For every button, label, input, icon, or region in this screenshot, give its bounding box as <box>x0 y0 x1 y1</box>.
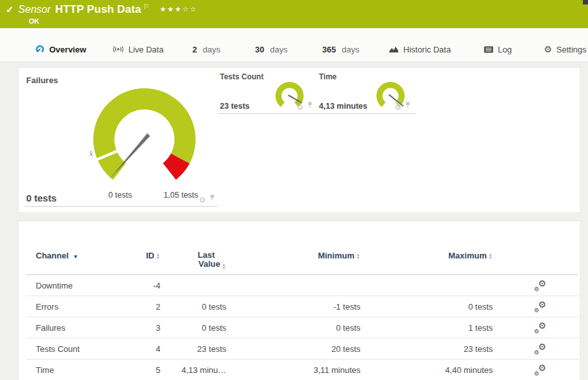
channel-id: 2 <box>156 296 160 317</box>
sensor-title: HTTP Push Data <box>55 3 141 16</box>
failures-gauge-chart: x̄ <box>81 75 208 203</box>
gauge-settings-icon[interactable]: ⚙ <box>199 196 206 204</box>
channel-id: 3 <box>156 317 160 338</box>
gears-icon: ⚙⚙ <box>534 281 546 291</box>
channel-table-panel: Channel ▾ ID ▴▾ Last Value▴▾ Minimum ▴▾ … <box>18 221 580 380</box>
gauge-icon <box>35 45 45 54</box>
channel-last-value: 4,13 minu… <box>182 360 226 380</box>
channel-name-link[interactable]: Tests Count <box>36 338 80 360</box>
channel-settings-button[interactable]: ⚙⚙ <box>532 360 548 380</box>
channel-minimum: 20 tests <box>331 338 360 360</box>
tab-unit: days <box>203 45 220 54</box>
gauge-title: Failures <box>26 75 58 85</box>
object-type-label: Sensor <box>19 4 51 15</box>
table-row: Errors 2 0 tests -1 tests 0 tests ⚙⚙ <box>19 296 581 317</box>
gears-icon: ⚙⚙ <box>534 323 546 333</box>
channel-minimum: 0 tests <box>336 317 360 338</box>
channel-rows: Downtime -4 ⚙⚙ Errors 2 0 tests -1 tests… <box>19 275 581 380</box>
gear-icon: ⚙ <box>544 45 552 54</box>
gauges-panel: Failures x̄ 0 tests 1,05 tests 0 tests ⚙… <box>18 67 580 213</box>
gauge-title: Tests Count <box>220 72 263 81</box>
gears-icon: ⚙⚙ <box>534 365 546 376</box>
table-row: Failures 3 0 tests 0 tests 1 tests ⚙⚙ <box>19 317 581 338</box>
column-header-last-value[interactable]: Last Value▴▾ <box>197 251 225 269</box>
tab-number: 30 <box>255 45 264 54</box>
channel-id: 5 <box>156 360 160 380</box>
priority-stars[interactable]: ★★★☆☆ <box>160 5 197 13</box>
channel-name-link[interactable]: Failures <box>36 317 65 338</box>
tab-label: Live Data <box>128 45 164 54</box>
sort-icons: ▴▾ <box>489 253 491 259</box>
channel-maximum: 1 tests <box>468 317 493 338</box>
broadcast-icon <box>112 45 124 53</box>
tab-historic-data[interactable]: Historic Data <box>389 37 451 61</box>
channel-settings-button[interactable]: ⚙⚙ <box>532 275 548 296</box>
column-label: Minimum <box>318 251 354 260</box>
gauge-widget-failures[interactable]: Failures x̄ 0 tests 1,05 tests 0 tests ⚙ <box>25 68 218 207</box>
pin-icon[interactable] <box>405 100 411 111</box>
gauge-value: 4,13 minutes <box>319 102 368 111</box>
gears-icon: ⚙⚙ <box>534 302 546 312</box>
gauge-value: 0 tests <box>26 193 57 203</box>
log-list-icon <box>484 46 493 53</box>
channel-minimum: -1 tests <box>333 296 360 317</box>
tab-unit: days <box>270 45 287 54</box>
priority-flag-icon: ⚐ <box>143 3 150 11</box>
gauge-widget-time[interactable]: Time 4,13 minutes ⚙ <box>317 68 416 114</box>
tab-live-data[interactable]: Live Data <box>112 37 164 61</box>
column-label: Last <box>197 251 215 260</box>
sort-desc-icon: ▾ <box>74 253 77 260</box>
gauge-settings-icon[interactable]: ⚙ <box>394 104 401 111</box>
tab-365-days[interactable]: 365 days <box>322 37 359 61</box>
prtg-sensor-page: ✓ Sensor HTTP Push Data ⚐ ★★★☆☆ OK Overv… <box>0 0 588 380</box>
gauge-title: Time <box>319 72 337 81</box>
table-row: Tests Count 4 23 tests 20 tests 23 tests… <box>19 338 581 360</box>
tab-overview[interactable]: Overview <box>35 37 86 61</box>
channel-name-link[interactable]: Time <box>36 360 54 380</box>
tab-log[interactable]: Log <box>484 37 512 61</box>
column-header-minimum[interactable]: Minimum ▴▾ <box>318 251 359 260</box>
tab-2-days[interactable]: 2 days <box>192 37 220 61</box>
sensor-status-bar: ✓ Sensor HTTP Push Data ⚐ ★★★☆☆ OK <box>0 0 588 28</box>
sort-icons: ▴▾ <box>222 263 225 269</box>
tab-bar: Overview Live Data 2 days 30 days 365 da… <box>0 28 588 62</box>
column-header-channel[interactable]: Channel ▾ <box>36 251 77 260</box>
tab-label: Historic Data <box>403 45 451 54</box>
channel-settings-button[interactable]: ⚙⚙ <box>532 338 548 360</box>
pin-icon[interactable] <box>209 193 215 204</box>
column-header-maximum[interactable]: Maximum ▴▾ <box>449 251 491 260</box>
channel-maximum: 23 tests <box>463 338 493 360</box>
pin-icon[interactable] <box>307 100 313 111</box>
ok-check-icon: ✓ <box>6 4 14 15</box>
table-row: Downtime -4 ⚙⚙ <box>19 275 581 296</box>
gauge-settings-icon[interactable]: ⚙ <box>297 104 304 111</box>
tab-settings[interactable]: ⚙ Settings <box>544 37 587 61</box>
column-label: Channel <box>36 251 68 260</box>
column-label: Value▴▾ <box>197 260 225 269</box>
gauge-widget-tests-count[interactable]: Tests Count 23 tests ⚙ <box>218 68 316 114</box>
column-header-id[interactable]: ID ▴▾ <box>146 251 159 260</box>
channel-maximum: 4,40 minutes <box>445 360 493 380</box>
channel-name-link[interactable]: Downtime <box>36 275 73 296</box>
channel-settings-button[interactable]: ⚙⚙ <box>532 296 548 317</box>
column-label: Maximum <box>449 251 487 260</box>
channel-maximum: 0 tests <box>468 296 493 317</box>
tab-number: 2 <box>192 45 197 54</box>
tab-30-days[interactable]: 30 days <box>255 37 288 61</box>
channel-settings-button[interactable]: ⚙⚙ <box>532 317 548 338</box>
channel-name-link[interactable]: Errors <box>36 296 58 317</box>
gauge-scale-min: 0 tests <box>109 191 132 200</box>
table-row: Time 5 4,13 minu… 3,11 minutes 4,40 minu… <box>19 360 581 380</box>
gauge-scale-max: 1,05 tests <box>164 191 198 200</box>
tab-number: 365 <box>322 45 336 54</box>
tab-label: Log <box>498 45 512 54</box>
channel-last-value: 0 tests <box>202 317 226 338</box>
area-chart-icon <box>389 45 399 53</box>
tab-label: Settings <box>557 45 587 54</box>
tab-label: Overview <box>49 45 86 54</box>
gears-icon: ⚙⚙ <box>534 344 546 354</box>
channel-last-value: 0 tests <box>202 296 226 317</box>
sensor-status-text: OK <box>29 17 40 25</box>
screen-corner-artifact <box>583 0 588 4</box>
sort-icons: ▴▾ <box>157 253 159 259</box>
